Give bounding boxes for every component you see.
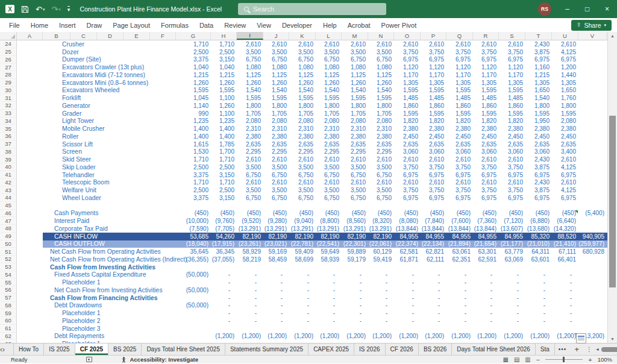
row-header-47[interactable]: 47 <box>0 217 17 225</box>
cell-K24[interactable]: 2,610 <box>289 40 316 48</box>
row-header-40[interactable]: 40 <box>0 163 17 171</box>
cell-H24[interactable]: 1,710 <box>211 40 237 48</box>
cell-I62[interactable]: (1,200) <box>237 333 263 340</box>
cell-N56[interactable]: - <box>368 286 394 294</box>
row-header-39[interactable]: 39 <box>0 155 17 163</box>
cell-O40[interactable]: 3,750 <box>394 163 421 171</box>
cell-Q38[interactable]: 3,060 <box>446 148 473 156</box>
cell-T62[interactable]: (1,200) <box>525 333 552 340</box>
cell-T51[interactable]: 64,311 <box>525 248 552 256</box>
cell-P49[interactable]: 84,955 <box>421 233 446 240</box>
cell-Q39[interactable]: 2,610 <box>446 155 473 163</box>
row-header-43[interactable]: 43 <box>0 186 17 194</box>
ribbon-tab-home[interactable]: Home <box>25 22 54 29</box>
cell-M32[interactable]: 1,800 <box>342 102 368 110</box>
column-header-M[interactable]: M <box>342 32 368 40</box>
cell-I48[interactable]: (13,291) <box>237 225 263 233</box>
cell-U29[interactable]: 1,305 <box>552 79 578 87</box>
ribbon-tab-developer[interactable]: Developer <box>277 22 318 29</box>
cell-O38[interactable]: 3,060 <box>394 148 421 156</box>
cell-P54[interactable]: - <box>421 271 446 279</box>
cell-Q52[interactable]: 62,351 <box>446 256 473 263</box>
cell-G31[interactable]: 1,045 <box>176 94 211 102</box>
cell-N35[interactable]: 2,310 <box>368 125 394 133</box>
cell-V48[interactable] <box>578 225 607 233</box>
cell-V27[interactable] <box>578 63 607 71</box>
row-label-24[interactable]: Crusher <box>43 41 176 48</box>
cell-G44[interactable]: 3,375 <box>176 194 211 202</box>
cell-G56[interactable]: (50,000) <box>176 286 211 294</box>
cell-J63[interactable]: - <box>263 340 289 343</box>
cell-S62[interactable]: (1,200) <box>499 333 525 340</box>
cell-M47[interactable]: (8,560) <box>342 217 368 225</box>
cell-N50[interactable]: (22,061) <box>368 240 394 248</box>
cell-Q50[interactable]: (21,894) <box>446 240 473 248</box>
cell-A27[interactable] <box>17 63 43 71</box>
cell-I41[interactable]: 6,750 <box>237 171 263 179</box>
cell-U26[interactable]: 6,975 <box>552 56 578 64</box>
redo-button[interactable]: ↷▾ <box>51 5 60 13</box>
cell-G35[interactable]: 1,400 <box>176 125 211 133</box>
cell-A58[interactable] <box>17 302 43 310</box>
cell-I46[interactable]: (450) <box>237 210 263 218</box>
cell-G28[interactable]: 1,215 <box>176 71 211 79</box>
sheet-tab-cf-2025[interactable]: CF 2025 <box>75 344 108 355</box>
row-label-49[interactable]: CASH INFLOW <box>43 233 176 240</box>
cell-Q32[interactable]: 1,860 <box>446 102 473 110</box>
cell-A41[interactable] <box>17 171 43 179</box>
row-header-32[interactable]: 32 <box>0 102 17 110</box>
ribbon-tab-help[interactable]: Help <box>318 22 342 29</box>
sheet-tab-cf-2026[interactable]: CF 2026 <box>386 344 419 355</box>
cell-H63[interactable]: - <box>211 340 237 343</box>
cell-J40[interactable]: 3,500 <box>263 163 289 171</box>
cell-R35[interactable]: 2,380 <box>473 125 499 133</box>
row-label-44[interactable]: Wheel Loader <box>43 195 176 201</box>
cell-O39[interactable]: 2,610 <box>394 155 421 163</box>
cell-L28[interactable]: 1,125 <box>316 71 342 79</box>
cell-Q58[interactable]: - <box>446 302 473 310</box>
cell-O29[interactable]: 1,305 <box>394 79 421 87</box>
cell-J58[interactable]: - <box>263 302 289 310</box>
cell-P29[interactable]: 1,305 <box>421 79 446 87</box>
cell-U50[interactable]: (21,410) <box>552 240 578 248</box>
cell-H54[interactable]: - <box>211 271 237 279</box>
cell-H27[interactable]: 1,040 <box>211 63 237 71</box>
cell-S39[interactable]: 2,610 <box>499 155 525 163</box>
cell-R43[interactable]: 3,750 <box>473 186 499 194</box>
cell-O35[interactable]: 2,380 <box>394 125 421 133</box>
cell-A32[interactable] <box>17 102 43 110</box>
cell-V28[interactable] <box>578 71 607 79</box>
cell-H38[interactable]: 1,700 <box>211 148 237 156</box>
cell-U43[interactable]: 4,125 <box>552 186 578 194</box>
cell-G48[interactable]: (7,590) <box>176 225 211 233</box>
cell-K28[interactable]: 1,125 <box>289 71 316 79</box>
cell-T33[interactable]: 1,595 <box>525 110 552 118</box>
cell-J28[interactable]: 1,125 <box>263 71 289 79</box>
cell-M35[interactable]: 2,310 <box>342 125 368 133</box>
cell-L56[interactable]: - <box>316 286 342 294</box>
cell-L26[interactable]: 6,750 <box>316 56 342 64</box>
cell-P50[interactable]: (22,134) <box>421 240 446 248</box>
cell-K30[interactable]: 1,540 <box>289 87 316 95</box>
cell-P63[interactable]: - <box>421 340 446 343</box>
cell-P57[interactable]: - <box>421 294 446 302</box>
cell-P36[interactable]: 2,450 <box>421 133 446 140</box>
cell-N59[interactable]: - <box>368 309 394 317</box>
cell-K35[interactable]: 2,310 <box>289 125 316 133</box>
row-label-52[interactable]: Net Cash Flow from Operating Activities … <box>43 256 176 263</box>
cell-S34[interactable]: 1,820 <box>499 118 525 125</box>
cell-P37[interactable]: 2,635 <box>421 140 446 148</box>
cell-I52[interactable]: 58,219 <box>237 256 263 263</box>
cell-N29[interactable]: 1,260 <box>368 79 394 87</box>
cell-M40[interactable]: 3,500 <box>342 163 368 171</box>
cell-I47[interactable]: (9,520) <box>237 217 263 225</box>
cell-I39[interactable]: 2,610 <box>237 155 263 163</box>
cell-A29[interactable] <box>17 79 43 87</box>
cell-I50[interactable]: (23,261) <box>237 240 263 248</box>
cell-N44[interactable]: 6,750 <box>368 194 394 202</box>
cell-R33[interactable]: 1,595 <box>473 110 499 118</box>
cell-V41[interactable] <box>578 171 607 179</box>
cell-P31[interactable]: 1,485 <box>421 94 446 102</box>
cell-N38[interactable]: 2,295 <box>368 148 394 156</box>
row-label-63[interactable]: Placeholder 1 <box>43 340 176 343</box>
